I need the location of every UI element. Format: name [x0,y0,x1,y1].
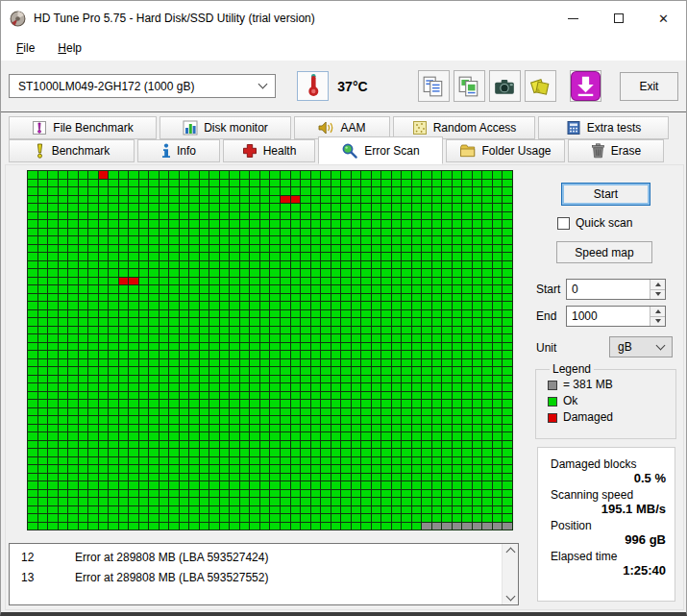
tab-file-benchmark[interactable]: File Benchmark [9,116,157,139]
scan-block [372,367,381,375]
tab-erase[interactable]: Erase [568,139,664,162]
tab-extra-tests[interactable]: Extra tests [538,116,669,139]
scan-block [200,514,209,522]
scan-block [301,220,310,228]
tab-error-scan[interactable]: Error Scan [318,136,443,164]
scan-block [321,376,331,383]
scan-block [68,196,78,204]
scroll-up-icon[interactable] [505,548,515,557]
scan-block [402,204,411,211]
scan-block [240,376,250,383]
scan-block [169,481,179,489]
scan-block [109,449,118,456]
scan-block [270,269,280,277]
minimize-button[interactable] [551,1,596,36]
scan-block [422,343,431,351]
tab-disk-monitor[interactable]: Disk monitor [159,116,291,139]
scan-block [230,327,239,334]
tab-health[interactable]: Health [223,139,315,162]
scan-block [180,465,189,473]
scan-block [381,318,391,326]
close-button[interactable]: ✕ [641,1,686,36]
scan-block [503,318,512,326]
scan-block [200,294,209,302]
scan-block [503,400,512,407]
scan-block [129,351,138,358]
start-scan-button[interactable]: Start [561,183,650,206]
scan-block [473,269,482,277]
scan-block [169,449,179,456]
scan-block [68,523,78,530]
error-log-scrollbar[interactable] [502,544,518,604]
scan-block [149,343,159,351]
scan-block [473,490,482,498]
scan-block [341,236,351,244]
speaker-icon [318,120,334,136]
notes-button[interactable] [525,70,556,102]
scan-block [119,523,129,530]
scan-block [149,327,159,334]
scan-block [88,359,98,367]
speed-map-button[interactable]: Speed map [556,241,652,263]
end-input[interactable] [567,307,650,326]
error-text: Error at 289808 MB (LBA 593527552) [75,568,268,588]
quick-scan-checkbox[interactable] [557,217,570,230]
tab-folder-usage[interactable]: Folder Usage [446,139,565,162]
scan-block [109,465,118,473]
scan-block [260,457,270,465]
scan-block [149,229,159,236]
spin-up-button[interactable] [650,307,665,316]
scan-block [180,425,189,432]
scan-block [442,359,452,367]
screenshot-button[interactable] [489,70,521,102]
unit-select[interactable]: gB [609,336,673,357]
scan-block [361,278,371,285]
start-input[interactable] [567,280,650,299]
scan-block [270,204,280,211]
tab-info[interactable]: Info [137,139,220,162]
copy-image-button[interactable] [454,70,485,102]
scan-block [361,506,371,514]
scan-block [482,425,492,432]
copy-image-icon [457,75,480,98]
error-log-row[interactable]: 13Error at 289808 MB (LBA 593527552) [10,568,518,588]
scan-block [372,490,381,498]
maximize-button[interactable] [596,1,641,36]
spin-down-button[interactable] [650,289,665,300]
spin-up-button[interactable] [650,280,665,289]
scan-block [48,465,58,473]
scan-block [79,334,88,342]
scan-block [270,490,280,498]
scan-block [230,465,239,473]
error-log-row[interactable]: 12Error at 289808 MB (LBA 593527424) [10,548,518,568]
scan-block [442,229,452,236]
scan-block [220,180,230,187]
scan-block [482,261,492,269]
save-results-button[interactable] [570,70,601,102]
drive-select[interactable]: ST1000LM049-2GH172 (1000 gB) [9,74,276,98]
scan-block [453,416,462,424]
error-log-list[interactable]: 12Error at 289808 MB (LBA 593527424)13Er… [9,543,519,605]
menu-help[interactable]: Help [46,38,93,58]
scan-block [68,416,78,424]
scan-block [493,171,503,179]
scan-block [453,481,462,489]
menu-file[interactable]: File [5,38,46,58]
scan-block [473,425,482,432]
spin-down-button[interactable] [650,316,665,327]
scan-block [220,261,230,269]
scan-block [99,212,109,220]
random-dots-icon [412,120,428,136]
scan-block [59,302,68,309]
tab-benchmark[interactable]: Benchmark [9,139,135,162]
scan-block [311,383,321,391]
scan-block [139,457,149,465]
scroll-down-icon[interactable] [505,592,515,602]
scan-block [180,204,189,211]
scan-block [361,187,371,195]
copy-text-button[interactable] [418,70,450,102]
exit-button[interactable]: Exit [620,72,678,101]
temperature-button[interactable] [297,71,330,101]
scan-block [230,196,239,204]
scan-block [240,187,250,195]
